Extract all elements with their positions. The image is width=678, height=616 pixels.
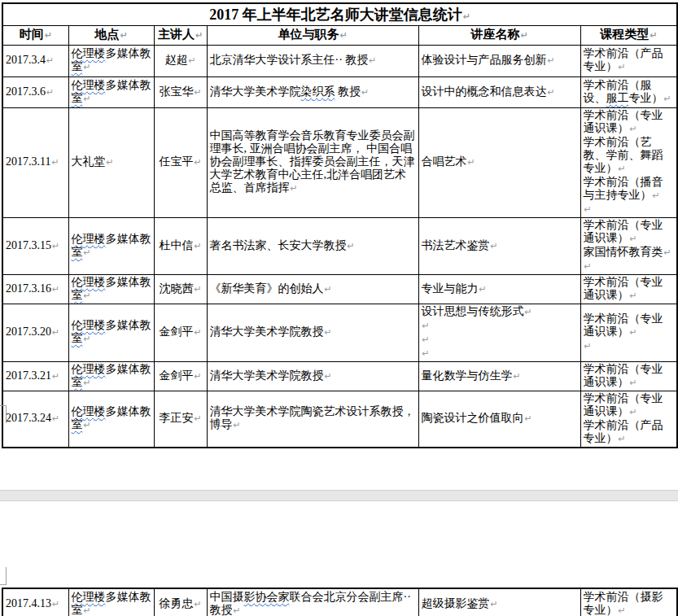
spellcheck-squiggle: 影协会家 <box>244 591 290 603</box>
paragraph: ↵ <box>584 339 675 353</box>
cell-course[interactable]: 学术前沿（产品专业）↵ <box>580 45 677 76</box>
cell-location[interactable]: 伦理楼多媒体教室↵ <box>68 361 154 391</box>
cell-location[interactable]: 伦理楼多媒体教室↵ <box>68 274 154 304</box>
paragraph: 学术前沿（专业通识课）↵ <box>584 392 675 419</box>
cell-speaker[interactable]: 金剑平↵ <box>154 361 207 391</box>
paragraph-mark-icon: ↵ <box>629 234 637 244</box>
paragraph: 学术前沿（专业通识课）↵ <box>584 219 675 246</box>
cell-lecture[interactable]: 陶瓷设计之价值取向↵ <box>418 391 580 448</box>
cell-course[interactable]: 学术前沿（专业通识课）↵ <box>580 274 677 304</box>
cell-speaker[interactable]: 沈晓茜↵ <box>154 274 207 304</box>
cell-unit[interactable]: 北京清华大学设计系主任·· 教授↵ <box>207 45 418 76</box>
paragraph: 学术前沿（专业通识课）↵ <box>584 276 675 303</box>
spellcheck-squiggle: 伦理楼 <box>72 276 106 288</box>
paragraph: 超级摄影鉴赏↵ <box>422 597 578 611</box>
column-header[interactable]: 讲座名称↵ <box>418 25 580 45</box>
cell-date[interactable]: 2017.3.4↵ <box>2 45 68 76</box>
spellcheck-squiggle: 室 <box>72 246 83 258</box>
paragraph: 《新华美育》的创始人↵ <box>210 282 416 296</box>
paragraph: 学术前沿（专业通识课）↵ <box>584 109 675 136</box>
spellcheck-squiggle: 伦理楼 <box>72 405 106 417</box>
table-row: 2017.3.16↵伦理楼多媒体教室↵沈晓茜↵《新华美育》的创始人↵专业与能力↵… <box>2 274 677 304</box>
column-header[interactable]: 主讲人↵ <box>154 25 207 45</box>
paragraph: 学术前沿（播音与主持专业）↵ <box>584 176 675 203</box>
cell-course[interactable]: 学术前沿（摄影专业）↵ <box>580 588 677 616</box>
cell-unit[interactable]: 清华大学美术学院染织系 教授↵ <box>207 76 418 107</box>
cell-unit[interactable]: 清华大学美术学院陶瓷艺术设计系教授，博导↵ <box>207 391 418 448</box>
cell-date[interactable]: 2017.3.6↵ <box>2 76 68 107</box>
paragraph-mark-icon: ↵ <box>233 420 241 430</box>
column-header[interactable]: 课程类型↵ <box>580 25 677 45</box>
cell-course[interactable]: 学术前沿（专业通识课）↵家国情怀教育类↵↵ <box>580 217 677 274</box>
column-header[interactable]: 时间↵ <box>2 25 68 45</box>
cell-speaker[interactable]: 任宝平↵ <box>154 107 207 217</box>
cell-unit[interactable]: 清华大学美术学院教授↵ <box>207 361 418 391</box>
paragraph-mark-icon: ↵ <box>46 87 54 98</box>
cell-speaker[interactable]: 张宝华↵ <box>154 76 207 107</box>
table-row: 2017.3.6↵伦理楼多媒体教室↵张宝华↵清华大学美术学院染织系 教授↵设计中… <box>2 76 677 107</box>
paragraph: 伦理楼多媒体教室↵ <box>72 47 151 74</box>
cell-location[interactable]: 伦理楼多媒体教室↵ <box>68 588 154 616</box>
cell-course[interactable]: 学术前沿（专业通识课）↵↵ <box>580 304 677 361</box>
paragraph: ↵ <box>422 333 578 347</box>
cell-speaker[interactable]: 徐勇忠↵ <box>154 588 207 616</box>
cell-speaker[interactable]: 杜中信↵ <box>154 217 207 274</box>
cell-speaker[interactable]: 李正安↵ <box>154 391 207 448</box>
paragraph-mark-icon: ↵ <box>663 247 671 258</box>
cell-location[interactable]: 伦理楼多媒体教室↵ <box>68 217 154 274</box>
cell-unit[interactable]: 《新华美育》的创始人↵ <box>207 274 418 304</box>
cell-lecture[interactable]: 设计思想与传统形式↵↵↵↵ <box>418 304 580 361</box>
cell-location[interactable]: 伦理楼多媒体教室↵ <box>68 76 154 107</box>
cell-lecture[interactable]: 体验设计与产品服务创新↵ <box>418 45 580 76</box>
cell-date[interactable]: 2017.3.16↵ <box>2 274 68 304</box>
paragraph-mark-icon: ↵ <box>467 157 475 168</box>
cell-course[interactable]: 学术前沿（专业通识课）↵学术前沿（艺教、学前、舞蹈专业）↵学术前沿（播音与主持专… <box>580 107 677 217</box>
paragraph: 2017.3.24↵ <box>6 412 66 426</box>
table-row: 2017.3.4↵伦理楼多媒体教室↵赵超↵北京清华大学设计系主任·· 教授↵体验… <box>2 45 677 76</box>
cell-date[interactable]: 2017.3.24↵ <box>2 391 68 448</box>
cell-unit[interactable]: 中国高等教育学会音乐教育专业委员会副理事长, 亚洲合唱协会副主席， 中国合唱协会… <box>207 107 418 217</box>
column-header[interactable]: 单位与职务↵ <box>207 25 418 45</box>
cell-location[interactable]: 伦理楼多媒体教室↵ <box>68 304 154 361</box>
paragraph-mark-icon: ↵ <box>618 164 626 174</box>
cell-date[interactable]: 2017.3.15↵ <box>2 217 68 274</box>
cell-course[interactable]: 学术前沿（专业通识课）↵ <box>580 361 677 391</box>
paragraph: 家国情怀教育类↵ <box>584 246 675 260</box>
cell-course[interactable]: 学术前沿（专业通识课）↵学术前沿（产品专业）↵ <box>580 391 677 448</box>
cell-lecture[interactable]: 合唱艺术↵ <box>418 107 580 217</box>
paragraph-mark-icon: ↵ <box>663 94 671 104</box>
cell-speaker[interactable]: 赵超↵ <box>154 45 207 76</box>
paragraph-mark-icon: ↵ <box>618 434 626 444</box>
cell-course[interactable]: 学术前沿（服设、服工专业）↵ <box>580 76 677 107</box>
cell-location[interactable]: 伦理楼多媒体教室↵ <box>68 391 154 448</box>
cell-unit[interactable]: 著名书法家、长安大学教授↵ <box>207 217 418 274</box>
cell-lecture[interactable]: 专业与能力↵ <box>418 274 580 304</box>
paragraph: 专业与能力↵ <box>422 282 578 296</box>
cell-lecture[interactable]: 设计中的概念和信息表达↵ <box>418 76 580 107</box>
cell-location[interactable]: 大礼堂↵ <box>68 107 154 217</box>
cell-date[interactable]: 2017.3.20↵ <box>2 304 68 361</box>
paragraph-mark-icon: ↵ <box>324 284 332 295</box>
cell-speaker[interactable]: 金剑平↵ <box>154 304 207 361</box>
paragraph: 2017.3.11↵ <box>6 155 66 169</box>
column-header[interactable]: 地点↵ <box>68 25 154 45</box>
cell-lecture[interactable]: 书法艺术鉴赏↵ <box>418 217 580 274</box>
paragraph: 设计思想与传统形式↵ <box>422 305 578 319</box>
title-row: 2017 年上半年北艺名师大讲堂信息统计↵ <box>2 3 677 25</box>
cell-date[interactable]: 2017.3.11↵ <box>2 107 68 217</box>
cell-unit[interactable]: 清华大学美术学院教授↵ <box>207 304 418 361</box>
cell-lecture[interactable]: 超级摄影鉴赏↵ <box>418 588 580 616</box>
spellcheck-squiggle: 服工 <box>606 92 629 104</box>
cell-date[interactable]: 2017.3.21↵ <box>2 361 68 391</box>
cell-location[interactable]: 伦理楼多媒体教室↵ <box>68 45 154 76</box>
paragraph-mark-icon: ↵ <box>584 261 592 272</box>
document-title[interactable]: 2017 年上半年北艺名师大讲堂信息统计↵ <box>2 3 677 25</box>
cell-date[interactable]: 2017.4.13↵ <box>2 588 68 616</box>
cell-lecture[interactable]: 量化数学与仿生学↵ <box>418 361 580 391</box>
paragraph: 伦理楼多媒体教室↵ <box>72 363 151 390</box>
spellcheck-squiggle: 室 <box>72 332 83 344</box>
paragraph-mark-icon: ↵ <box>51 241 59 251</box>
cell-unit[interactable]: 中国摄影协会家联合会北京分会副主席·· 教授↵ <box>207 588 418 616</box>
paragraph-mark-icon: ↵ <box>193 284 201 295</box>
table-row: 2017.3.24↵伦理楼多媒体教室↵李正安↵清华大学美术学院陶瓷艺术设计系教授… <box>2 391 677 448</box>
